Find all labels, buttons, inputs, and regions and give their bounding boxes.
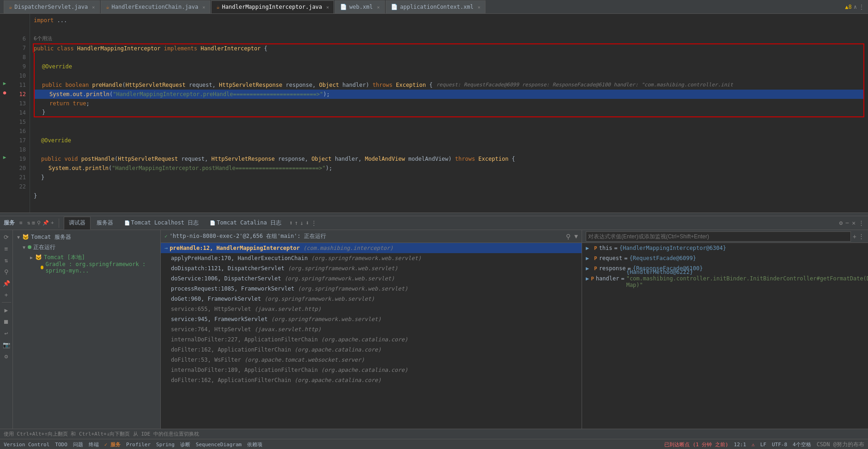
stack-frame-10[interactable]: doFilter:162, ApplicationFilterChain (or… bbox=[161, 345, 582, 355]
close-icon[interactable]: ✕ bbox=[202, 5, 205, 10]
scroll-down2-icon[interactable]: ⬇ bbox=[305, 219, 309, 226]
more-icon[interactable]: ⋮ bbox=[859, 4, 864, 10]
sidebar-btn-9[interactable]: ↩ bbox=[1, 328, 12, 338]
code-area[interactable]: import ... 6个用法 public class HandlerMapp… bbox=[30, 14, 868, 212]
sidebar-btn-5[interactable]: 📌 bbox=[1, 278, 12, 288]
filter-icon[interactable]: ⚲ bbox=[37, 220, 41, 226]
scroll-up2-icon[interactable]: ↑ bbox=[295, 219, 298, 226]
sidebar-btn-6[interactable]: + bbox=[1, 290, 12, 300]
code-line: } bbox=[34, 173, 864, 182]
tab-web-xml[interactable]: 📄 web.xml ✕ bbox=[335, 0, 385, 13]
watermark: CSDN @努力的布布 bbox=[817, 441, 864, 449]
close-panel-icon[interactable]: ✕ bbox=[852, 219, 856, 226]
var-toolbar-more[interactable]: ⋮ bbox=[858, 233, 864, 240]
var-handler[interactable]: ▶ P handler = {HandlerMethod@6222} "com.… bbox=[582, 273, 868, 284]
close-icon[interactable]: ✕ bbox=[478, 5, 480, 10]
tab-tomcat-catalina[interactable]: 📄 Tomcat Catalina 日志 bbox=[205, 217, 286, 230]
panel-content-area: ⟳ ≡ ⇅ ⚲ 📌 + ▶ ⏹ ↩ 📷 ⚙ ▼ 🐱 Tomcat 服务器 ▼ bbox=[0, 230, 868, 429]
stack-frame-9[interactable]: internalDoFilter:227, ApplicationFilterC… bbox=[161, 334, 582, 345]
minimize-icon[interactable]: − bbox=[845, 219, 849, 226]
pin-icon[interactable]: 📌 bbox=[42, 220, 49, 226]
stack-frame-0[interactable]: → preHandle:12, HandlerMappingIntercepto… bbox=[161, 243, 582, 253]
tree-item-tomcat-server[interactable]: ▼ 🐱 Tomcat 服务器 bbox=[13, 232, 160, 242]
expand-collapse-icon[interactable]: ≡ bbox=[19, 220, 23, 226]
stack-frame-3[interactable]: doService:1006, DispatcherServlet (org.s… bbox=[161, 273, 582, 284]
stack-frame-7[interactable]: service:945, FrameworkServlet (org.sprin… bbox=[161, 314, 582, 324]
status-profiler[interactable]: Profiler bbox=[126, 442, 151, 448]
tomcat-local-icon: 🐱 bbox=[35, 254, 42, 261]
close-icon[interactable]: ✕ bbox=[377, 5, 380, 10]
stack-frame-12[interactable]: internalDoFilter:189, ApplicationFilterC… bbox=[161, 365, 582, 375]
thread-dropdown-icon[interactable]: ▼ bbox=[574, 233, 578, 240]
sidebar-btn-3[interactable]: ⇅ bbox=[1, 255, 12, 265]
stack-frame-2[interactable]: doDispatch:1121, DispatcherServlet (org.… bbox=[161, 263, 582, 273]
sidebar-btn-10[interactable]: 📷 bbox=[1, 340, 12, 350]
tree-item-gradle[interactable]: ▶ Gradle : org.springframework : spring-… bbox=[13, 262, 160, 273]
dots-icon[interactable]: ⋮ bbox=[311, 219, 317, 226]
sidebar-btn-4[interactable]: ⚲ bbox=[1, 267, 12, 277]
expand-icon[interactable]: ∧ bbox=[854, 4, 857, 10]
warnings-badge: ▲8 bbox=[845, 4, 851, 10]
thread-selector: ✓ 'http-nio-8080-exec-2'@2,656 在组'main':… bbox=[161, 230, 582, 243]
settings-icon[interactable]: ⚙ bbox=[839, 219, 843, 226]
java-icon: ☕ bbox=[216, 4, 219, 10]
code-line bbox=[34, 117, 864, 127]
expression-input[interactable] bbox=[586, 231, 851, 242]
status-green-dot bbox=[28, 245, 31, 249]
panel-resize-handle[interactable] bbox=[0, 212, 868, 216]
sidebar-btn-1[interactable]: ⟳ bbox=[1, 232, 12, 242]
stack-frame-1[interactable]: applyPreHandle:170, HandlerExecutionChai… bbox=[161, 253, 582, 263]
stack-frame-6[interactable]: service:655, HttpServlet (javax.servlet.… bbox=[161, 304, 582, 314]
var-this[interactable]: ▶ P this = {HandlerMappingInterceptor@63… bbox=[582, 243, 868, 253]
tab-server[interactable]: 服务器 bbox=[91, 217, 118, 230]
code-line: return true; bbox=[34, 99, 864, 108]
sidebar-btn-2[interactable]: ≡ bbox=[1, 243, 12, 254]
tab-tomcat-localhost[interactable]: 📄 Tomcat Localhost 日志 bbox=[119, 217, 204, 230]
tree-item-running[interactable]: ▼ 正在运行 bbox=[13, 242, 160, 252]
sidebar-btn-11[interactable]: ⚙ bbox=[1, 351, 12, 361]
more-panel-icon[interactable]: ⋮ bbox=[858, 219, 864, 226]
status-spring[interactable]: Spring bbox=[156, 442, 175, 448]
scroll-up-icon[interactable]: ⬆ bbox=[289, 219, 293, 226]
status-todo[interactable]: TODO bbox=[55, 442, 67, 448]
status-version-control[interactable]: Version Control bbox=[4, 442, 49, 448]
tab-app-context[interactable]: 📄 applicationContext.xml ✕ bbox=[386, 0, 486, 13]
variables-panel: + ⋮ ▶ P this = {HandlerMappingIntercepto… bbox=[582, 230, 868, 429]
stack-frame-5[interactable]: doGet:960, FrameworkServlet (org.springf… bbox=[161, 294, 582, 304]
status-terminal[interactable]: 终端 bbox=[89, 441, 99, 448]
stack-frame-13[interactable]: doFilter:162, ApplicationFilterChain (or… bbox=[161, 375, 582, 385]
stack-frame-8[interactable]: service:764, HttpServlet (javax.servlet.… bbox=[161, 324, 582, 334]
code-line: } bbox=[34, 108, 864, 117]
editor-content: ▶ ● ▶ 6 7 8 9 10 11 12 13 14 bbox=[0, 14, 868, 212]
group-icon[interactable]: ⊞ bbox=[32, 220, 35, 226]
code-line: System.out.println("HandlerMappingInterc… bbox=[34, 164, 864, 173]
override-arrow2-icon: ▶ bbox=[0, 152, 9, 162]
status-issues[interactable]: 问题 bbox=[73, 441, 83, 448]
code-line bbox=[34, 127, 864, 136]
sort-icon[interactable]: ⇅ bbox=[27, 220, 30, 226]
status-services[interactable]: ✓ 服务 bbox=[104, 441, 121, 448]
add-watch-button[interactable]: + bbox=[853, 233, 856, 240]
close-icon[interactable]: ✕ bbox=[92, 5, 95, 10]
sidebar-btn-7[interactable]: ▶ bbox=[1, 305, 12, 315]
code-line bbox=[34, 145, 864, 154]
service-tree: ▼ 🐱 Tomcat 服务器 ▼ 正在运行 ▶ 🐱 Tomcat [本地] ▶ bbox=[13, 230, 160, 274]
close-icon[interactable]: ✕ bbox=[326, 5, 329, 10]
tab-debugger[interactable]: 调试器 bbox=[64, 217, 91, 230]
scroll-down-icon[interactable]: ↓ bbox=[300, 219, 304, 226]
tab-dispatcher[interactable]: ☕ DispatcherServlet.java ✕ bbox=[4, 0, 100, 13]
stack-frame-11[interactable]: doFilter:53, WsFilter (org.apache.tomcat… bbox=[161, 355, 582, 365]
panel-actions: ⬆ ↑ ↓ ⬇ ⋮ bbox=[289, 219, 317, 226]
tab-handler-chain[interactable]: ☕ HandlerExecutionChain.java ✕ bbox=[101, 0, 210, 13]
sidebar-btn-8[interactable]: ⏹ bbox=[1, 316, 12, 327]
code-line: @Override bbox=[34, 62, 864, 71]
add-icon[interactable]: + bbox=[51, 220, 54, 226]
var-request[interactable]: ▶ P request = {RequestFacade@6099} bbox=[582, 253, 868, 263]
thread-filter-icon[interactable]: ⚲ bbox=[566, 233, 571, 240]
tab-handler-mapping[interactable]: ☕ HandlerMappingInterceptor.java ✕ bbox=[211, 0, 334, 13]
status-seq[interactable]: SequenceDiagram bbox=[196, 442, 242, 448]
status-diag[interactable]: 诊断 bbox=[180, 441, 190, 448]
stack-frame-4[interactable]: processRequest:1085, FrameworkServlet (o… bbox=[161, 284, 582, 294]
status-deps[interactable]: 依赖项 bbox=[247, 441, 262, 448]
left-sidebar: ⟳ ≡ ⇅ ⚲ 📌 + ▶ ⏹ ↩ 📷 ⚙ bbox=[0, 230, 13, 429]
